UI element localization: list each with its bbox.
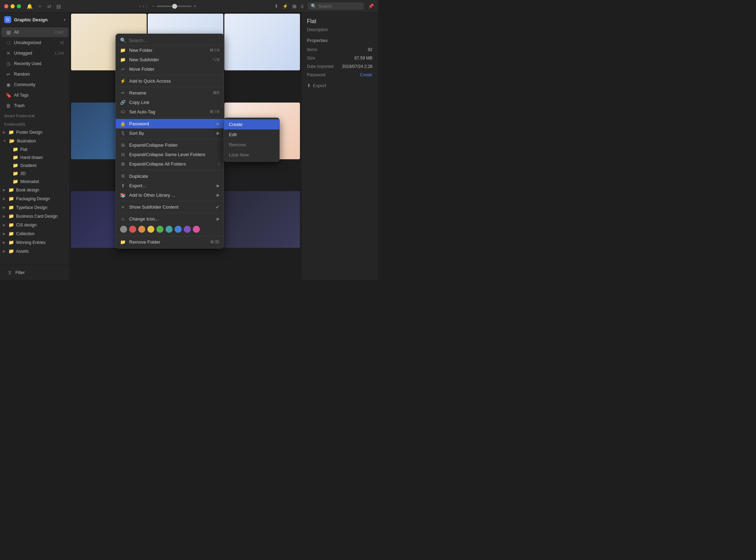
ctx-expand-folder[interactable]: ⊞ Expand/Collapse Folder [116,140,224,150]
ctx-new-subfolder[interactable]: 📁 New Subfolder ⌥N [116,55,224,64]
color-orange[interactable] [138,226,145,233]
folder-business-card-design[interactable]: ▶ 📁 Business Card Design [0,212,70,220]
export-button[interactable]: ⬆ Export [307,83,372,88]
sidebar-header: G Graphic Design ▾ [0,13,70,27]
color-pink[interactable] [193,226,200,233]
filter-icon[interactable]: ⧖ [301,4,304,9]
color-teal[interactable] [166,226,173,233]
folder-collection[interactable]: ▶ 📁 Collection [0,229,70,238]
ctx-add-library[interactable]: 📚 Add to Other Library ... ▶ [116,190,224,200]
minimize-button[interactable] [10,4,15,8]
color-purple[interactable] [184,226,191,233]
subfolder-hand-drawn[interactable]: 📁 Hand drawn [0,153,70,161]
color-yellow[interactable] [147,226,154,233]
sidebar-item-community[interactable]: ◉ Community [1,80,68,90]
ctx-remove-folder[interactable]: 📁 Remove Folder ⌘⌫ [116,237,224,247]
folder-label: Gradient [20,163,36,168]
folder-cis-design[interactable]: ▶ 📁 CIS design [0,220,70,229]
arrow-icon: ▶ [217,217,219,221]
untagged-count: 1,244 [54,51,64,55]
ctx-duplicate[interactable]: ⧉ Duplicate [116,171,224,181]
close-button[interactable] [4,4,8,8]
link-icon: 🔗 [120,100,126,105]
separator [116,170,224,170]
sidebar-item-all-tags[interactable]: 🔖 All Tags [1,90,68,100]
ctx-export[interactable]: ⬆ Export... ▶ [116,181,224,190]
folder-winning-entries[interactable]: ▶ 📁 Winning Entries [0,238,70,247]
fullscreen-button[interactable] [17,4,21,8]
ctx-change-icon[interactable]: ☺ Change Icon... ▶ [116,214,224,224]
subfolder-minimalist[interactable]: 📁 Minimalist [0,177,70,186]
submenu-remove[interactable]: Remove [224,140,279,150]
zoom-slider[interactable] [156,6,191,7]
folder-book-design[interactable]: ▶ 📁 Book design [0,186,70,194]
folder-icon: 📁 [8,240,14,245]
filter-button[interactable]: ⧖ Filter [3,267,67,278]
sidebar-item-recently-used[interactable]: ◷ Recently Used [1,59,68,69]
color-gray[interactable] [120,226,127,233]
view-icon[interactable]: ▦ [292,4,296,9]
ctx-set-auto-tag[interactable]: 🏷 Set Auto-Tag ⌘⇧R [116,107,224,117]
notification-icon[interactable]: 🔔 [27,4,33,9]
ctx-move-folder[interactable]: ↩ Move Folder [116,64,224,74]
ctx-label: New Folder [129,48,206,53]
sidebar-toggle-icon[interactable]: ▤ [56,4,61,9]
back-button[interactable]: ‹ [139,4,140,9]
submenu-edit[interactable]: Edit [224,130,279,140]
right-panel: Flat Description Properties Items 92 Siz… [301,13,378,280]
items-property: Items 92 [307,47,372,52]
search-bar[interactable]: 🔍 [308,2,364,10]
folder-poster-design[interactable]: ▶ 📁 Poster Design [0,128,70,136]
sidebar-item-random[interactable]: ⇌ Random [1,69,68,79]
subfolder-gradient[interactable]: 📁 Gradient [0,161,70,169]
subfolder-flat[interactable]: 📁 Flat [0,145,70,153]
ctx-add-quick-access[interactable]: ⚡ Add to Quick Access [116,76,224,86]
flash-icon[interactable]: ⚡ [282,4,288,9]
ctx-password[interactable]: 🔒 Password ▶ Create Edit Remove Lock Now [116,119,224,128]
zoom-out-icon[interactable]: − [152,4,154,9]
sidebar-item-untagged[interactable]: ✕ Untagged 1,244 [1,48,68,58]
ctx-sort-by[interactable]: ⇅ Sort By ▶ [116,128,224,138]
color-red[interactable] [129,226,136,233]
sidebar-item-all[interactable]: ▦ All 2,667 [1,27,68,37]
search-input[interactable] [318,4,361,9]
color-green[interactable] [156,226,163,233]
shortcut: / [218,162,219,166]
context-menu: 🔍 📁 New Folder ⌘⇧N 📁 New Subfolder ⌥N [115,34,224,248]
sidebar-item-trash[interactable]: 🗑 Trash [1,101,68,111]
sidebar-title: Graphic Design [14,17,61,22]
color-blue[interactable] [175,226,182,233]
forward-button[interactable]: › [143,4,144,9]
subfolder-3d[interactable]: 📁 3D [0,169,70,177]
ctx-label: Export... [129,183,213,188]
arrow-icon: ▶ [217,121,219,126]
pin-icon[interactable]: 📌 [368,4,374,9]
nav-buttons: ‹ › | [139,4,147,9]
ctx-copy-link[interactable]: 🔗 Copy Link [116,98,224,107]
password-create-link[interactable]: Create [360,72,372,77]
folder-packaging-design[interactable]: ▶ 📁 Packaging Design [0,194,70,203]
folder-illustration[interactable]: ▼ 📂 Illustration [0,136,70,145]
ctx-search-input[interactable] [129,38,219,43]
ctx-new-folder[interactable]: 📁 New Folder ⌘⇧N [116,46,224,55]
folder-label: Poster Design [16,130,42,135]
add-icon[interactable]: ＋ [37,3,42,9]
zoom-in-icon[interactable]: + [194,4,196,9]
ctx-expand-all[interactable]: ⊠ Expand/Collapse All Folders / [116,159,224,169]
submenu-lock-now[interactable]: Lock Now [224,150,279,160]
export-icon[interactable]: ⬆ [274,4,278,9]
ctx-expand-same-level[interactable]: ⊟ Expand/Collapse Same Level Folders [116,150,224,159]
library-icon: 📚 [120,192,126,198]
sidebar-item-uncategorized[interactable]: □ Uncategorized 30 [1,38,68,48]
folder-icon: 📁 [13,171,18,176]
folder-typeface-design[interactable]: ▶ 📁 Typeface Design [0,203,70,212]
folder-assets[interactable]: ▶ 📁 Assets [0,247,70,255]
submenu-create[interactable]: Create [224,119,279,130]
ctx-show-subfolder[interactable]: ≡ Show Subfolder Content ✓ [116,202,224,212]
transfer-icon[interactable]: ⇄ [47,4,51,9]
ctx-rename[interactable]: ✏ Rename ⌘R [116,88,224,98]
trash-icon: 🗑 [6,103,11,108]
ctx-search-bar[interactable]: 🔍 [116,35,224,46]
expand-arrow: ▶ [3,214,6,218]
zoom-slider-container: − + [152,4,196,9]
